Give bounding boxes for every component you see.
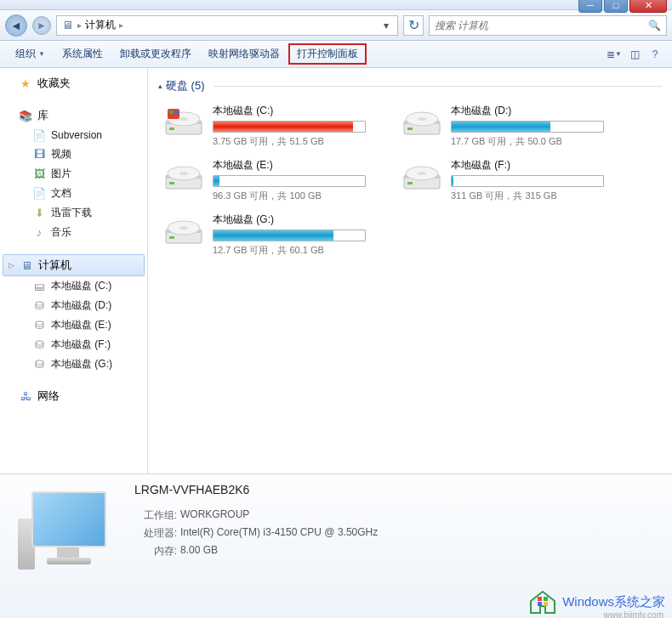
svg-rect-17 — [169, 182, 174, 184]
breadcrumb-arrow[interactable]: ▸ — [77, 20, 82, 30]
doc-icon: 📄 — [32, 187, 46, 201]
svg-point-11 — [418, 117, 426, 121]
svg-point-26 — [179, 226, 188, 230]
drive-tree-item[interactable]: ⛁本地磁盘 (G:) — [0, 354, 147, 374]
library-item-label: 音乐 — [51, 225, 71, 240]
refresh-button[interactable]: ↻ — [403, 15, 424, 36]
drive-info: 12.7 GB 可用，共 60.1 GB — [213, 244, 388, 257]
drive-name: 本地磁盘 (F:) — [451, 158, 626, 173]
navigation-bar: ◄ ► 🖥 ▸ 计算机 ▸ ▾ ↻ 🔍 — [0, 10, 672, 41]
network-group: 🖧 网络 — [0, 386, 147, 406]
drive-name: 本地磁盘 (C:) — [213, 104, 388, 118]
drive-icon — [401, 104, 442, 139]
minimize-button[interactable]: ─ — [578, 0, 602, 13]
computer-header[interactable]: ▷ 🖥 计算机 — [3, 254, 145, 276]
svg-rect-30 — [538, 602, 542, 606]
drive-body: 本地磁盘 (D:) 17.7 GB 可用，共 50.0 GB — [451, 104, 626, 148]
drive-item[interactable]: 本地磁盘 (G:) 12.7 GB 可用，共 60.1 GB — [157, 207, 395, 262]
back-button[interactable]: ◄ — [5, 14, 27, 37]
processor-label: 处理器: — [134, 526, 177, 541]
favorites-header[interactable]: ★ 收藏夹 — [0, 73, 147, 94]
breadcrumb-arrow-2[interactable]: ▸ — [119, 20, 123, 30]
library-item[interactable]: ♪音乐 — [0, 223, 147, 242]
library-item[interactable]: ⬇迅雷下载 — [0, 203, 147, 223]
network-icon: 🖧 — [19, 389, 32, 403]
svg-rect-6 — [169, 111, 174, 114]
expand-icon[interactable]: ▷ — [9, 261, 14, 269]
library-item[interactable]: 📄文档 — [0, 184, 147, 203]
drive-tree-item[interactable]: ⛁本地磁盘 (F:) — [0, 335, 147, 354]
address-dropdown[interactable]: ▾ — [379, 20, 394, 31]
collapse-icon: ▴ — [158, 82, 162, 90]
svg-rect-12 — [407, 128, 413, 130]
map-network-drive-button[interactable]: 映射网络驱动器 — [200, 43, 288, 65]
drive-item[interactable]: 本地磁盘 (E:) 96.3 GB 可用，共 100 GB — [157, 153, 395, 207]
drive-tree-item[interactable]: 🖴本地磁盘 (C:) — [0, 276, 147, 296]
drive-tree-item[interactable]: ⛁本地磁盘 (E:) — [0, 315, 147, 335]
drive-body: 本地磁盘 (G:) 12.7 GB 可用，共 60.1 GB — [213, 213, 388, 257]
svg-rect-4 — [169, 128, 174, 130]
help-button[interactable]: ? — [645, 44, 665, 65]
drive-tree-label: 本地磁盘 (G:) — [51, 357, 112, 371]
drive-icon — [163, 158, 204, 194]
house-icon — [528, 589, 557, 615]
library-item[interactable]: 🎞视频 — [0, 145, 147, 164]
drive-usage-fill — [214, 176, 219, 186]
library-group: 📚 库 📄Subversion🎞视频🖼图片📄文档⬇迅雷下载♪音乐 — [0, 105, 147, 242]
drive-body: 本地磁盘 (E:) 96.3 GB 可用，共 100 GB — [213, 158, 388, 202]
command-toolbar: 组织 ▼ 系统属性 卸载或更改程序 映射网络驱动器 打开控制面板 ≣▼ ◫ ? — [0, 41, 672, 68]
preview-pane-button[interactable]: ◫ — [624, 44, 645, 65]
drive-info: 3.75 GB 可用，共 51.5 GB — [213, 135, 388, 148]
computer-label: 计算机 — [38, 258, 71, 273]
drive-item[interactable]: 本地磁盘 (D:) 17.7 GB 可用，共 50.0 GB — [395, 99, 633, 153]
forward-button[interactable]: ► — [32, 16, 51, 35]
details-pane: LRGM-VVFHAEB2K6 工作组: WORKGROUP 处理器: Inte… — [0, 473, 672, 618]
img-icon: 🖼 — [32, 167, 46, 181]
favorites-group: ★ 收藏夹 — [0, 73, 147, 94]
search-box[interactable]: 🔍 — [429, 15, 667, 36]
drive-icon — [163, 104, 204, 139]
library-label: 库 — [37, 108, 48, 123]
drive-info: 311 GB 可用，共 315 GB — [451, 190, 626, 202]
address-bar[interactable]: 🖥 ▸ 计算机 ▸ ▾ — [56, 15, 398, 36]
drives-container: 本地磁盘 (C:) 3.75 GB 可用，共 51.5 GB 本地磁盘 (D:)… — [148, 97, 672, 264]
uninstall-programs-button[interactable]: 卸载或更改程序 — [111, 43, 200, 65]
search-input[interactable] — [435, 20, 648, 31]
system-properties-button[interactable]: 系统属性 — [54, 43, 111, 65]
network-header[interactable]: 🖧 网络 — [0, 386, 147, 406]
drive-item[interactable]: 本地磁盘 (F:) 311 GB 可用，共 315 GB — [395, 153, 633, 207]
svg-rect-29 — [544, 597, 548, 601]
svg-rect-7 — [174, 111, 179, 114]
drive-body: 本地磁盘 (C:) 3.75 GB 可用，共 51.5 GB — [213, 104, 388, 148]
drive-tree-item[interactable]: ⛁本地磁盘 (D:) — [0, 296, 147, 315]
group-label: 硬盘 (5) — [166, 78, 205, 94]
workgroup-value: WORKGROUP — [180, 508, 249, 523]
drive-usage-bar — [213, 230, 366, 241]
drive-usage-bar — [213, 175, 366, 187]
drive-info: 17.7 GB 可用，共 50.0 GB — [451, 135, 626, 148]
computer-icon: 🖥 — [20, 258, 33, 272]
organize-label: 组织 — [15, 47, 36, 61]
drive-tree-label: 本地磁盘 (D:) — [51, 298, 111, 313]
open-control-panel-button[interactable]: 打开控制面板 — [288, 43, 367, 65]
drive-tree-label: 本地磁盘 (E:) — [51, 318, 111, 332]
disk-icon: ⛁ — [32, 358, 46, 371]
library-item[interactable]: 🖼图片 — [0, 164, 147, 184]
breadcrumb-text[interactable]: 计算机 — [85, 18, 116, 32]
view-options-button[interactable]: ≣▼ — [604, 44, 624, 65]
organize-menu[interactable]: 组织 ▼ — [7, 43, 54, 65]
drive-name: 本地磁盘 (D:) — [451, 104, 626, 118]
main-content: ★ 收藏夹 📚 库 📄Subversion🎞视频🖼图片📄文档⬇迅雷下载♪音乐 ▷… — [0, 68, 672, 473]
drive-usage-fill — [452, 176, 453, 186]
drive-body: 本地磁盘 (F:) 311 GB 可用，共 315 GB — [451, 158, 626, 202]
maximize-button[interactable]: □ — [604, 0, 628, 13]
drive-item[interactable]: 本地磁盘 (C:) 3.75 GB 可用，共 51.5 GB — [157, 99, 395, 153]
close-button[interactable]: ✕ — [629, 0, 667, 13]
drives-group-header[interactable]: ▴ 硬盘 (5) — [148, 71, 672, 97]
library-item[interactable]: 📄Subversion — [0, 126, 147, 145]
vid-icon: 🎞 — [32, 148, 46, 162]
library-header[interactable]: 📚 库 — [0, 105, 147, 126]
dropdown-icon: ▼ — [38, 50, 45, 58]
computer-icon: 🖥 — [60, 19, 74, 32]
drive-tree-label: 本地磁盘 (F:) — [51, 337, 111, 352]
